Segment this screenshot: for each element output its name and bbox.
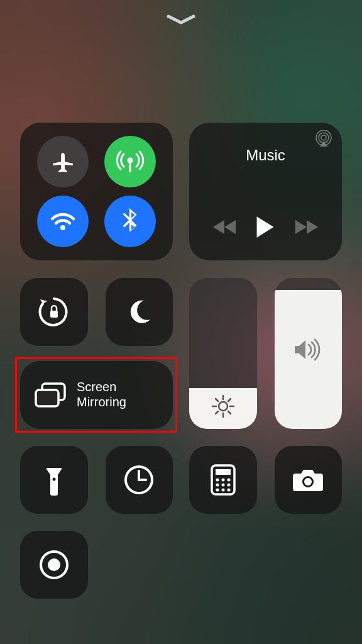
speaker-icon [275,337,343,362]
svg-line-14 [228,399,231,401]
svg-point-7 [219,402,228,411]
svg-point-26 [221,478,224,481]
svg-point-35 [304,478,312,486]
svg-point-4 [319,133,329,143]
camera-icon [292,467,324,492]
play-button[interactable] [255,215,276,239]
svg-rect-17 [36,390,58,406]
do-not-disturb-button[interactable] [106,278,173,346]
cellular-data-button[interactable] [104,136,156,187]
svg-point-31 [216,488,219,491]
bluetooth-button[interactable] [104,196,156,247]
timer-button[interactable] [106,446,173,514]
svg-point-32 [221,488,224,491]
screen-mirroring-button[interactable]: Screen Mirroring [20,361,173,429]
svg-point-25 [216,478,219,481]
orientation-lock-button[interactable] [20,278,88,346]
rewind-icon [212,219,237,235]
svg-rect-1 [129,162,131,172]
next-track-button[interactable] [294,219,319,235]
play-icon [255,215,276,239]
calculator-button[interactable] [189,446,257,514]
airplay-icon [314,130,333,148]
timer-icon [123,464,155,496]
connectivity-module[interactable] [20,123,173,260]
cellular-icon [115,147,145,177]
svg-point-19 [52,477,55,480]
bluetooth-icon [119,207,141,236]
flashlight-button[interactable] [20,446,88,514]
collapse-grabber[interactable] [20,0,342,38]
svg-point-27 [227,478,230,481]
svg-rect-24 [216,469,231,475]
svg-point-28 [216,483,219,486]
svg-line-13 [228,411,231,414]
airplane-mode-button[interactable] [37,136,89,187]
svg-point-3 [321,135,326,140]
svg-point-30 [227,483,230,486]
screen-mirroring-icon [34,382,67,408]
camera-button[interactable] [275,446,343,514]
screen-record-button[interactable] [20,531,88,599]
sun-icon [189,394,257,419]
svg-line-15 [216,411,218,414]
svg-rect-18 [47,465,62,468]
airplane-icon [49,148,77,175]
svg-point-37 [48,558,60,571]
media-module[interactable]: Music [189,123,342,260]
svg-point-2 [60,225,65,230]
svg-rect-6 [50,311,58,318]
screen-mirroring-label: Screen Mirroring [77,380,126,409]
flashlight-icon [45,463,63,497]
svg-point-33 [227,488,230,491]
wifi-icon [48,207,77,236]
brightness-slider[interactable] [189,278,257,429]
svg-line-12 [216,399,218,401]
svg-point-29 [221,483,224,486]
previous-track-button[interactable] [212,219,237,235]
volume-slider[interactable] [275,278,343,429]
forward-icon [294,219,319,235]
record-icon [38,549,70,580]
orientation-lock-icon [36,294,72,330]
calculator-icon [211,464,236,496]
wifi-button[interactable] [37,196,89,247]
moon-icon [125,298,153,326]
